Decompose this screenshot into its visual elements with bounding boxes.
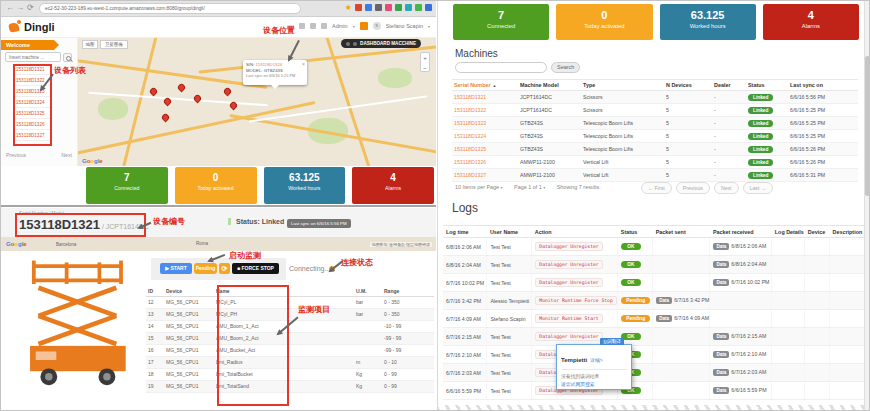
machine-serial-link[interactable]: 153118D1327: [454, 172, 486, 178]
logs-col-header[interactable]: Packet sent: [653, 226, 710, 238]
machine-serial-link[interactable]: 153118D1324: [454, 133, 486, 139]
page-select[interactable]: Page 1 of 1 ▾: [514, 184, 545, 190]
machine-serial-link[interactable]: 153118D1321: [454, 94, 486, 100]
last-page-button[interactable]: Last →: [743, 182, 773, 194]
machines-col-header[interactable]: N Devices: [664, 80, 712, 91]
machines-search-button[interactable]: Search: [551, 62, 580, 73]
map-type-button[interactable]: 地图: [82, 40, 98, 49]
logs-col-header[interactable]: Action: [532, 226, 618, 238]
translate-detail-link[interactable]: 详细>: [590, 358, 602, 363]
browser-forward-icon[interactable]: →: [16, 3, 24, 12]
extension-icon[interactable]: [355, 4, 362, 11]
data-badge[interactable]: Data: [713, 369, 729, 376]
scrollbar[interactable]: [864, 1, 870, 411]
sidebar-machine-item[interactable]: 153118D1324: [14, 97, 51, 108]
infowindow-serial-link[interactable]: 153118D1324: [256, 62, 283, 67]
extension-icon[interactable]: [425, 4, 432, 11]
dingli-logo[interactable]: Dingli: [8, 19, 55, 33]
extension-icon[interactable]: [405, 4, 412, 11]
start-button[interactable]: ▶ START: [160, 263, 192, 274]
log-row[interactable]: 6/7/16 2:03 AMTest TestDatalogger Unregi…: [443, 364, 867, 382]
previous-page-button[interactable]: Previous: [676, 182, 710, 194]
sidebar-next-link[interactable]: Next: [61, 152, 72, 158]
mini-map-strip[interactable]: Google Barcelona Roma 地图数据 使用条款 报告地图错误: [1, 238, 436, 251]
address-bar[interactable]: ec2-52-30-223-189.eu-west-1.compute.amaz…: [39, 3, 301, 14]
map-marker[interactable]: [149, 87, 159, 97]
next-page-button[interactable]: Next: [714, 182, 739, 194]
data-badge[interactable]: Data: [713, 351, 729, 358]
machines-col-header[interactable]: Last sync on: [788, 80, 858, 91]
first-page-button[interactable]: ← First: [641, 182, 672, 194]
machine-row[interactable]: 153118D1327AMWP11-2100Vertical Lift5-Lin…: [452, 169, 858, 182]
machine-serial-link[interactable]: 153118D1325: [454, 146, 486, 152]
browser-back-icon[interactable]: ←: [6, 3, 14, 12]
monitor-row[interactable]: 15MG_56_CPU1AMU_Boom_2_Act-99 - 99: [146, 332, 434, 344]
translate-web-search-link[interactable]: 请尝试网页搜索: [561, 381, 627, 387]
log-row[interactable]: 6/7/16 2:10 AMTest TestDatalogger Unregi…: [443, 346, 867, 364]
monitor-row[interactable]: 17MG_56_CPU1Lmi_Radiusm0 - 10: [146, 356, 434, 368]
header-phone-icon[interactable]: [299, 23, 305, 29]
machines-col-header[interactable]: Dealer: [712, 80, 746, 91]
log-row[interactable]: 6/7/16 2:15 AMTest TestDatalogger Unregi…: [443, 328, 867, 346]
sidebar-machine-item[interactable]: 153118D1321: [14, 64, 51, 75]
scrollbar-thumb[interactable]: [865, 56, 870, 196]
monitor-row[interactable]: 12MG_56_CPU1MCyl_PLbar0 - 350: [146, 296, 434, 308]
browser-reload-icon[interactable]: ⟳: [27, 3, 34, 12]
search-icon[interactable]: [63, 53, 72, 62]
data-badge[interactable]: Data: [713, 279, 729, 286]
data-badge[interactable]: Data: [656, 297, 672, 304]
monitor-row[interactable]: 13MG_56_CPU1MCyl_PHbar0 - 350: [146, 308, 434, 320]
machine-search-input[interactable]: [5, 52, 61, 62]
header-print-icon[interactable]: [310, 23, 316, 29]
machines-col-header[interactable]: Serial Number▲: [452, 80, 518, 91]
log-row[interactable]: 6/7/16 3:42 PMAlessio TempiettiMonitor R…: [443, 292, 867, 310]
extension-icon[interactable]: [415, 4, 422, 11]
machine-row[interactable]: 153118D1326AMWP11-2100Vertical Lift5-Lin…: [452, 156, 858, 169]
user-menu[interactable]: Stefano Scapin: [386, 23, 423, 29]
machine-serial-link[interactable]: 153118D1326: [454, 159, 486, 165]
monitor-row[interactable]: 18MG_56_CPU1Lmi_TotalBucketKg0 - 99: [146, 368, 434, 380]
items-per-page-select[interactable]: 10 Items per Page ▾: [455, 184, 503, 190]
log-row[interactable]: 6/6/16 5:59 PMTest TestDatalogger Unregi…: [443, 382, 867, 400]
machine-row[interactable]: 153118D1325GTBZ43STelescopic Boom Lifts5…: [452, 143, 858, 156]
machine-row[interactable]: 153118D1324GTBZ43STelescopic Boom Lifts5…: [452, 130, 858, 143]
logs-col-header[interactable]: Description: [830, 226, 867, 238]
sidebar-machine-item[interactable]: 153118D1327: [14, 130, 51, 141]
bookmark-star-icon[interactable]: ★: [345, 4, 352, 11]
force-stop-button[interactable]: ■ FORCE STOP: [232, 263, 279, 274]
log-row[interactable]: 6/7/16 10:02 PMTest TestDatalogger Unreg…: [443, 274, 867, 292]
extension-icon[interactable]: [395, 4, 402, 11]
machine-row[interactable]: 153118D1323GTBZ43STelescopic Boom Lifts5…: [452, 117, 858, 130]
header-chart-icon[interactable]: [321, 23, 327, 29]
map-zoom-control[interactable]: +−: [420, 52, 430, 72]
monitor-row[interactable]: 19MG_56_CPU1Lmi_TotalSandKg0 - 99: [146, 380, 434, 392]
machine-serial-link[interactable]: 153118D1322: [454, 107, 486, 113]
logs-col-header[interactable]: Device: [805, 226, 830, 238]
data-badge[interactable]: Data: [713, 261, 729, 268]
data-badge[interactable]: Data: [713, 333, 729, 340]
extension-icon[interactable]: [365, 4, 372, 11]
logs-col-header[interactable]: Status: [618, 226, 653, 238]
monitor-row[interactable]: 16MG_56_CPU1AMU_Bucket_Act-99 - 99: [146, 344, 434, 356]
close-icon[interactable]: ×: [302, 61, 305, 67]
dashboard-macchine-badge[interactable]: DASHBOARD MACCHINE: [341, 39, 421, 48]
machine-row[interactable]: 153118D1321JCPT1614DCScissors5-Linked6/6…: [452, 91, 858, 104]
translate-popup-tag[interactable]: 划词翻译: [600, 338, 624, 345]
logs-col-header[interactable]: Packet received: [710, 226, 772, 238]
notification-badge[interactable]: [360, 22, 368, 30]
log-row[interactable]: 6/8/16 2:04 AMTest TestDatalogger Unregi…: [443, 256, 867, 274]
extension-icon[interactable]: [385, 4, 392, 11]
sidebar-previous-link[interactable]: Previous: [6, 152, 26, 158]
map-marker[interactable]: [223, 87, 233, 97]
satellite-type-button[interactable]: 卫星图像: [100, 40, 128, 49]
logs-col-header[interactable]: Log time: [443, 226, 487, 238]
machines-col-header[interactable]: Machine Model: [518, 80, 581, 91]
machine-serial-link[interactable]: 153118D1323: [454, 120, 486, 126]
machines-map[interactable]: 地图 卫星图像 DASHBOARD MACCHINE +− × S/N: 153…: [78, 38, 436, 166]
machine-row[interactable]: 153118D1322JCPT1614DCScissors5-Linked6/6…: [452, 104, 858, 117]
map-marker[interactable]: [177, 83, 187, 93]
extension-icon[interactable]: [375, 4, 382, 11]
logs-col-header[interactable]: User Name: [487, 226, 532, 238]
refresh-button[interactable]: ⟳: [219, 263, 230, 274]
data-badge[interactable]: Data: [713, 387, 729, 394]
